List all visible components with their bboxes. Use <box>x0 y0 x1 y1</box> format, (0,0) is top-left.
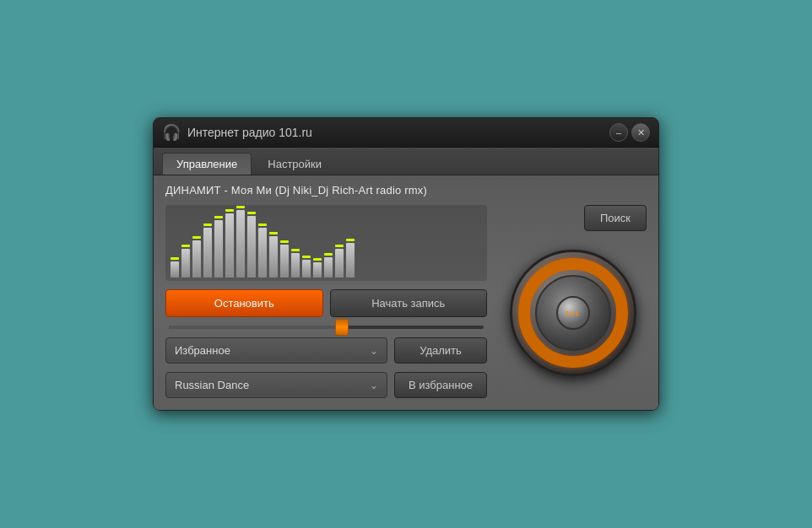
delete-button[interactable]: Удалить <box>394 337 487 364</box>
eq-bar <box>225 213 234 277</box>
slider-fill <box>169 326 342 329</box>
tab-control[interactable]: Управление <box>162 153 252 175</box>
tab-settings[interactable]: Настройки <box>253 153 336 175</box>
eq-bar <box>291 253 300 277</box>
close-button[interactable]: ✕ <box>631 123 650 142</box>
favorites-label: Избранное <box>175 344 230 357</box>
volume-row <box>165 326 487 329</box>
content-row: Остановить Начать запись Избранное ⌄ <box>165 205 647 398</box>
eq-bar-group <box>236 210 245 277</box>
eq-bar-group <box>247 216 256 277</box>
eq-bar-group <box>225 213 234 277</box>
station-row: Russian Dance ⌄ В избранное <box>165 372 487 398</box>
eq-bar-group <box>171 261 179 278</box>
eq-bar <box>269 236 278 277</box>
window-controls: – ✕ <box>609 123 650 142</box>
eq-bar <box>203 228 212 277</box>
equalizer <box>165 205 487 281</box>
eq-bar <box>346 243 355 277</box>
track-title: ДИНАМИТ - Моя Ми (Dj Niki_Dj Rich-Art ra… <box>165 184 647 197</box>
eq-bar <box>280 245 289 277</box>
app-window: 🎧 Интернет радио 101.ru – ✕ Управление Н… <box>153 117 659 411</box>
speaker-label: 101 <box>566 310 579 317</box>
speaker-container: 101 <box>510 250 636 376</box>
eq-bar-group <box>258 228 267 277</box>
eq-bar-group <box>181 249 190 277</box>
eq-bar-group <box>302 260 311 277</box>
eq-bar-group <box>346 243 355 277</box>
eq-bar <box>236 210 245 277</box>
eq-bar-group <box>335 249 344 277</box>
add-to-favorites-button[interactable]: В избранное <box>394 372 487 398</box>
minimize-button[interactable]: – <box>609 123 628 142</box>
eq-bar-group <box>280 245 289 277</box>
eq-bar <box>171 261 179 278</box>
app-title: Интернет радио 101.ru <box>187 126 609 139</box>
speaker: 101 <box>510 250 636 376</box>
title-bar: 🎧 Интернет радио 101.ru – ✕ <box>154 118 658 148</box>
right-panel: Поиск 101 <box>499 205 647 398</box>
eq-bar-group <box>192 240 201 277</box>
favorites-row: Избранное ⌄ Удалить <box>165 337 487 364</box>
slider-thumb[interactable] <box>335 319 349 336</box>
eq-bar <box>181 249 190 277</box>
speaker-ring-dark: 101 <box>535 275 611 351</box>
left-panel: Остановить Начать запись Избранное ⌄ <box>165 205 487 398</box>
station-label: Russian Dance <box>175 379 249 391</box>
eq-bar-group <box>214 220 223 277</box>
speaker-dome: 101 <box>556 296 590 330</box>
eq-bar-group <box>313 262 322 277</box>
tabs-bar: Управление Настройки <box>154 148 658 175</box>
volume-slider[interactable] <box>169 326 484 329</box>
chevron-down-icon-2: ⌄ <box>370 380 378 391</box>
speaker-outer: 101 <box>510 250 636 376</box>
eq-bar-group <box>291 253 300 277</box>
speaker-ring-orange: 101 <box>518 258 628 368</box>
eq-bar <box>247 216 256 277</box>
search-button[interactable]: Поиск <box>584 205 647 231</box>
eq-bar <box>258 228 267 277</box>
headphones-icon: 🎧 <box>162 123 181 142</box>
favorites-dropdown[interactable]: Избранное ⌄ <box>165 337 387 364</box>
eq-bar <box>324 257 333 277</box>
eq-bar-group <box>203 228 212 277</box>
eq-bar <box>192 240 201 277</box>
eq-bar <box>313 262 322 277</box>
eq-bar <box>214 220 223 277</box>
station-dropdown[interactable]: Russian Dance ⌄ <box>165 372 387 398</box>
stop-button[interactable]: Остановить <box>165 289 323 317</box>
buttons-row: Остановить Начать запись <box>165 289 487 317</box>
record-button[interactable]: Начать запись <box>330 289 488 317</box>
eq-bar <box>302 260 311 277</box>
main-content: ДИНАМИТ - Моя Ми (Dj Niki_Dj Rich-Art ra… <box>154 175 658 410</box>
eq-bar-group <box>324 257 333 277</box>
chevron-down-icon: ⌄ <box>370 345 378 357</box>
eq-bar-group <box>269 236 278 277</box>
eq-bar <box>335 249 344 277</box>
